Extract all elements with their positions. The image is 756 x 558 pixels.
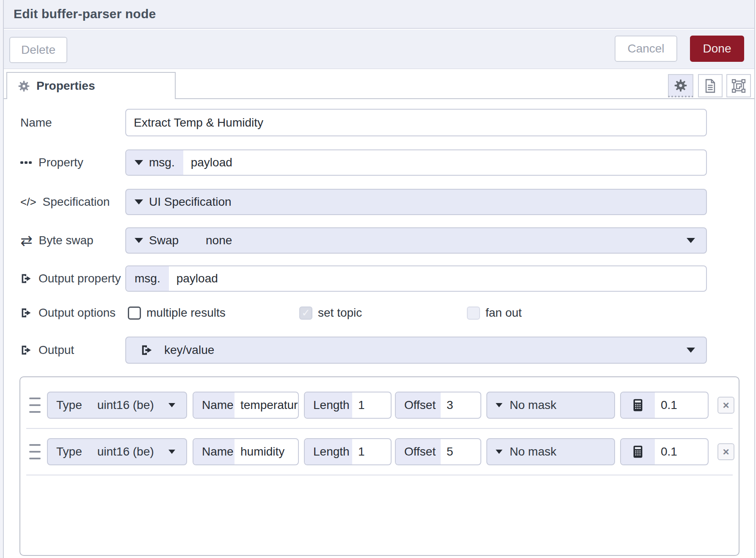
form-row-output: Output key/value [4,337,754,364]
multiple-results-option: multiple results [128,302,226,324]
form-row-output-options: Output options multiple results ✓ set to… [4,302,754,324]
item-length-input[interactable] [358,398,391,412]
item-mask-value: No mask [510,445,556,459]
output-property-typedinput: msg. [125,265,707,292]
appearance-icon [731,79,746,93]
item-name-prefix: Name [193,392,235,418]
dialog-toolbar: Delete Cancel Done [4,30,754,69]
item-scale-field [620,438,709,465]
remove-item-button[interactable]: × [717,443,734,460]
item-type-select[interactable]: Type uint16 (be) [47,438,187,465]
edit-node-dialog: Edit buffer-parser node Delete Cancel Do… [3,0,755,558]
properties-pane-button[interactable] [668,74,693,97]
specification-type-button[interactable]: UI Specification [126,190,240,214]
item-type-select[interactable]: Type uint16 (be) [47,392,187,419]
tray-left-gutter [0,0,3,558]
byte-swap-select[interactable]: Swap none [125,227,707,254]
output-property-label: Output property [39,272,121,285]
dialog-header: Edit buffer-parser node [4,0,754,29]
property-label: Property [39,156,83,169]
multiple-results-label: multiple results [146,306,226,320]
output-property-type-label: msg. [135,272,160,285]
property-input[interactable] [191,156,706,169]
name-label-wrap: Name [20,109,52,136]
item-type-value: uint16 (be) [97,398,154,412]
byte-swap-type-label: Swap [149,234,179,247]
sign-out-icon [141,344,153,356]
byte-swap-type-button[interactable]: Swap none [126,228,240,253]
gear-icon [674,79,687,92]
form-row-byte-swap: ⇄ Byte swap Swap none [4,227,754,254]
fan-out-checkbox[interactable] [467,307,480,320]
sign-out-icon [20,344,32,356]
item-mask-value: No mask [510,398,556,412]
item-offset-field: Offset [395,438,481,465]
drag-handle-icon[interactable] [29,398,41,413]
item-length-prefix: Length [305,439,352,464]
specification-select[interactable]: UI Specification [125,189,707,215]
form-row-name: Name [4,109,754,136]
ellipsis-icon [20,160,32,165]
row-divider [26,475,733,475]
item-scale-field [620,392,709,419]
tab-properties[interactable]: Properties [6,72,176,99]
item-name-prefix: Name [193,439,235,464]
multiple-results-checkbox[interactable] [128,307,141,320]
name-label: Name [20,116,52,130]
item-length-input[interactable] [358,445,391,459]
name-input[interactable] [134,116,706,130]
item-type-label: Type [56,445,82,459]
set-topic-checkbox[interactable]: ✓ [299,307,312,320]
chevron-down-icon [168,450,175,454]
item-length-field: Length [304,392,392,419]
byte-swap-value: none [206,234,232,247]
output-select-inner: key/value [126,337,223,363]
output-property-type-button[interactable]: msg. [126,266,169,291]
name-field-wrap [125,109,707,136]
output-property-input[interactable] [177,272,706,285]
output-label: Output [39,343,74,357]
item-name-field: Name [193,438,299,465]
chevron-down-icon [135,199,143,204]
tab-bar: Properties [4,69,754,99]
name-input-box [125,109,707,136]
item-scale-input[interactable] [661,398,708,412]
form-row-specification: </> Specification UI Specification [4,189,754,215]
cancel-button[interactable]: Cancel [615,36,677,62]
chevron-down-icon [687,238,695,243]
chevron-down-icon [496,450,502,454]
item-length-field: Length [304,438,392,465]
item-scale-input[interactable] [661,445,708,459]
output-select[interactable]: key/value [125,337,707,364]
set-topic-label: set topic [318,306,362,320]
chevron-down-icon [496,403,502,407]
output-property-label-wrap: Output property [20,265,121,292]
calculator-icon [621,439,655,464]
drag-handle-icon[interactable] [29,444,41,459]
specification-label: Specification [43,195,110,209]
form-row-output-property: Output property msg. [4,265,754,292]
item-offset-input[interactable] [447,445,480,459]
description-pane-button[interactable] [698,74,723,97]
item-length-prefix: Length [305,392,352,418]
item-offset-prefix: Offset [396,439,441,464]
chevron-down-icon [687,348,695,353]
output-label-wrap: Output [20,337,74,364]
item-offset-prefix: Offset [396,392,441,418]
sign-out-icon [20,273,32,285]
done-button[interactable]: Done [690,36,744,62]
tab-properties-label: Properties [36,79,95,93]
property-type-button[interactable]: msg. [126,150,183,175]
delete-button[interactable]: Delete [9,37,67,63]
document-icon [704,79,717,93]
item-mask-select[interactable]: No mask [486,438,615,465]
item-mask-select[interactable]: No mask [486,392,615,419]
byte-swap-label-wrap: ⇄ Byte swap [20,227,94,254]
output-property-field-wrap: msg. [125,265,707,292]
appearance-pane-button[interactable] [726,74,751,97]
specification-field-wrap: UI Specification [125,189,707,215]
item-name-input[interactable] [240,445,298,459]
item-name-input[interactable] [240,398,298,412]
item-offset-input[interactable] [447,398,480,412]
remove-item-button[interactable]: × [717,397,734,414]
